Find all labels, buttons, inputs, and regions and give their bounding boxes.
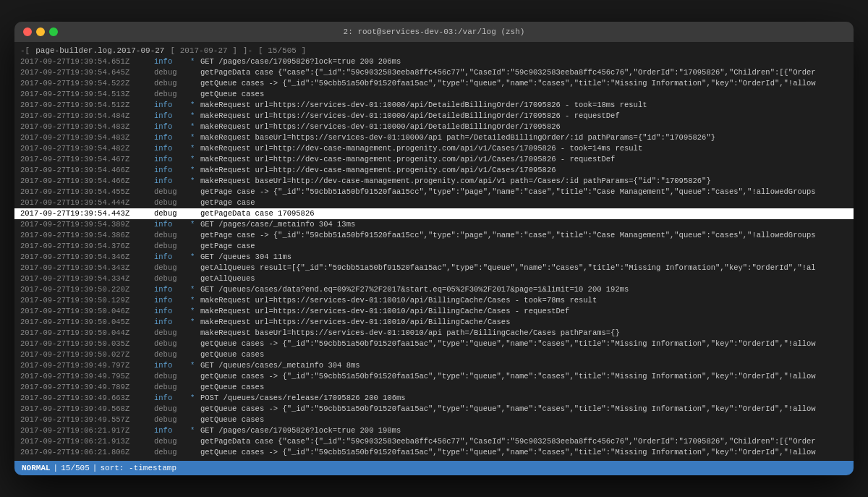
line-position: 15/505 bbox=[61, 464, 90, 472]
log-line: 2017-09-27T19:39:50.129Zinfo* makeReques… bbox=[14, 295, 854, 306]
log-file-name: page-builder.log.2017-09-27 bbox=[35, 46, 164, 55]
log-star: * bbox=[190, 306, 200, 317]
log-line: 2017-09-27T19:39:50.044Zdebug makeReques… bbox=[14, 328, 854, 339]
log-line: 2017-09-27T19:39:54.512Zinfo* makeReques… bbox=[14, 100, 854, 111]
log-line: 2017-09-27T19:39:54.645Zdebug getPageDat… bbox=[14, 67, 854, 78]
log-message: getQueue cases -> {"_id":"59cbb51a50bf91… bbox=[200, 339, 816, 349]
log-timestamp: 2017-09-27T19:39:50.220Z bbox=[20, 284, 154, 295]
log-timestamp: 2017-09-27T19:39:54.389Z bbox=[20, 219, 154, 230]
log-star: * bbox=[190, 393, 200, 404]
log-line: 2017-09-27T19:39:49.663Zinfo* POST /queu… bbox=[14, 393, 854, 404]
log-level: debug bbox=[154, 436, 190, 447]
log-star bbox=[190, 404, 200, 415]
log-line: 2017-09-27T19:39:54.334Zdebug getAllQueu… bbox=[14, 273, 854, 284]
log-star bbox=[190, 339, 200, 349]
log-star: * bbox=[190, 425, 200, 436]
log-star bbox=[190, 328, 200, 339]
log-timestamp: 2017-09-27T19:39:50.027Z bbox=[20, 349, 154, 360]
close-button[interactable] bbox=[23, 27, 32, 36]
log-timestamp: 2017-09-27T19:39:50.045Z bbox=[20, 317, 154, 328]
log-message: getPage case -> {"_id":"59cbb51a50bf9152… bbox=[200, 230, 816, 241]
log-timestamp: 2017-09-27T19:39:54.466Z bbox=[20, 176, 154, 187]
log-message: getQueue cases -> {"_id":"59cbb51a50bf91… bbox=[200, 404, 816, 415]
log-message: getAllQueues result=[{"_id":"59cbb51a50b… bbox=[200, 263, 816, 273]
log-line: 2017-09-27T19:06:21.806Zdebug getQueue c… bbox=[14, 447, 854, 458]
log-timestamp: 2017-09-27T19:39:50.044Z bbox=[20, 328, 154, 339]
log-timestamp: 2017-09-27T19:39:54.343Z bbox=[20, 263, 154, 273]
log-message: makeRequest url=https://services-dev-01:… bbox=[200, 100, 647, 111]
log-star bbox=[190, 382, 200, 393]
log-timestamp: 2017-09-27T19:39:50.035Z bbox=[20, 339, 154, 349]
sort-indicator: | bbox=[93, 464, 98, 472]
terminal-body: -[ page-builder.log.2017-09-27 [ 2017-09… bbox=[14, 42, 854, 461]
log-timestamp: 2017-09-27T19:39:54.386Z bbox=[20, 230, 154, 241]
log-level: info bbox=[154, 122, 190, 132]
log-message: getQueue cases bbox=[200, 349, 264, 360]
log-message: GET /queues/cases/data?end.eq=09%2F27%2F… bbox=[200, 284, 629, 295]
title-bar: 2: root@services-dev-03:/var/log (zsh) bbox=[14, 22, 854, 42]
minimize-button[interactable] bbox=[36, 27, 45, 36]
log-star bbox=[190, 349, 200, 360]
log-star bbox=[190, 89, 200, 100]
log-separator-right: ]- bbox=[243, 46, 252, 55]
log-line: 2017-09-27T19:39:54.376Zdebug getPage ca… bbox=[14, 241, 854, 252]
terminal-window: 2: root@services-dev-03:/var/log (zsh) -… bbox=[14, 22, 854, 475]
log-star: * bbox=[190, 219, 200, 230]
log-star: * bbox=[190, 360, 200, 371]
log-level: info bbox=[154, 306, 190, 317]
log-timestamp: 2017-09-27T19:39:54.455Z bbox=[20, 187, 154, 197]
log-message: GET /pages/case/17095826?lock=true 200 1… bbox=[200, 425, 401, 436]
log-star bbox=[190, 78, 200, 89]
log-header: -[ page-builder.log.2017-09-27 [ 2017-09… bbox=[14, 45, 854, 56]
log-line: 2017-09-27T19:39:54.389Zinfo* GET /pages… bbox=[14, 219, 854, 230]
log-level: debug bbox=[154, 208, 190, 219]
maximize-button[interactable] bbox=[49, 27, 58, 36]
log-level: info bbox=[154, 219, 190, 230]
log-level: info bbox=[154, 143, 190, 154]
log-star: * bbox=[190, 132, 200, 143]
log-message: makeRequest url=https://services-dev-01:… bbox=[200, 122, 561, 132]
log-message: GET /queues 304 11ms bbox=[200, 252, 292, 263]
log-message: getQueue cases bbox=[200, 89, 264, 100]
log-message: GET /queues/cases/_metainfo 304 8ms bbox=[200, 360, 360, 371]
mode-indicator: NORMAL bbox=[22, 464, 51, 472]
log-timestamp: 2017-09-27T19:39:54.484Z bbox=[20, 111, 154, 122]
log-level: debug bbox=[154, 263, 190, 273]
log-message: getPageData case {"case":{"_id":"59c9032… bbox=[200, 67, 816, 78]
log-timestamp: 2017-09-27T19:39:54.467Z bbox=[20, 154, 154, 165]
log-message: getQueue cases -> {"_id":"59cbb51a50bf91… bbox=[200, 78, 816, 89]
log-level: info bbox=[154, 176, 190, 187]
log-timestamp: 2017-09-27T19:39:49.797Z bbox=[20, 360, 154, 371]
log-timestamp: 2017-09-27T19:39:54.651Z bbox=[20, 56, 154, 67]
log-line: 2017-09-27T19:39:54.343Zdebug getAllQueu… bbox=[14, 263, 854, 273]
log-level: debug bbox=[154, 382, 190, 393]
log-line: 2017-09-27T19:39:54.513Zdebug getQueue c… bbox=[14, 89, 854, 100]
log-line: 2017-09-27T19:39:54.482Zinfo* makeReques… bbox=[14, 143, 854, 154]
log-message: makeRequest url=http://dev-case-manageme… bbox=[200, 165, 556, 176]
log-level: info bbox=[154, 154, 190, 165]
log-level: debug bbox=[154, 241, 190, 252]
log-level: info bbox=[154, 132, 190, 143]
log-level: debug bbox=[154, 447, 190, 458]
log-level: info bbox=[154, 425, 190, 436]
log-timestamp: 2017-09-27T19:39:54.346Z bbox=[20, 252, 154, 263]
log-line: 2017-09-27T19:39:54.386Zdebug getPage ca… bbox=[14, 230, 854, 241]
log-line: 2017-09-27T19:06:21.913Zdebug getPageDat… bbox=[14, 436, 854, 447]
log-line: 2017-09-27T19:06:21.917Zinfo* GET /pages… bbox=[14, 425, 854, 436]
log-timestamp: 2017-09-27T19:39:49.663Z bbox=[20, 393, 154, 404]
log-level: debug bbox=[154, 415, 190, 425]
log-line: 2017-09-27T19:39:54.466Zinfo* makeReques… bbox=[14, 165, 854, 176]
log-line: 2017-09-27T19:39:50.035Zdebug getQueue c… bbox=[14, 339, 854, 349]
log-level: debug bbox=[154, 78, 190, 89]
log-timestamp: 2017-09-27T19:39:54.483Z bbox=[20, 122, 154, 132]
window-title: 2: root@services-dev-03:/var/log (zsh) bbox=[344, 27, 525, 36]
log-message: makeRequest baseUrl=https://services-dev… bbox=[200, 328, 620, 339]
log-line: 2017-09-27T19:39:49.797Zinfo* GET /queue… bbox=[14, 360, 854, 371]
log-message: getAllQueues bbox=[200, 273, 255, 284]
log-line: 2017-09-27T19:39:54.467Zinfo* makeReques… bbox=[14, 154, 854, 165]
log-star: * bbox=[190, 111, 200, 122]
status-bar: NORMAL | 15/505 | sort: -timestamp bbox=[14, 461, 854, 475]
log-timestamp: 2017-09-27T19:39:54.483Z bbox=[20, 132, 154, 143]
log-timestamp: 2017-09-27T19:39:54.376Z bbox=[20, 241, 154, 252]
log-star bbox=[190, 415, 200, 425]
